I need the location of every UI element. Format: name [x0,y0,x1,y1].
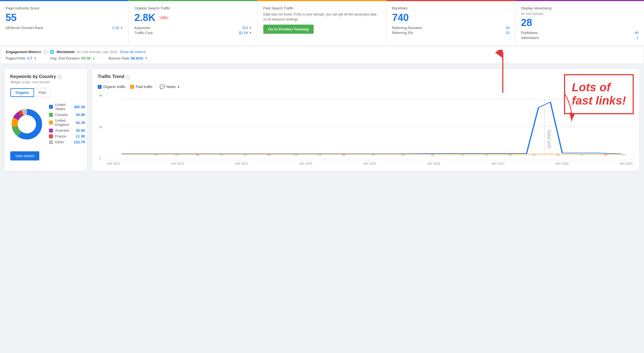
metric-bar-orange [258,0,386,1]
svg-text:G: G [175,154,179,156]
paid-checkbox[interactable]: ✓ [130,85,134,89]
svg-text:G: G [604,154,607,156]
annotation-text-line1: Lots of [572,81,626,94]
arrow-down-icon: ▼ [120,26,123,29]
legend-us: ✓ United States 305.3K [49,103,85,111]
keywords-label: Keywords [134,26,150,30]
show-all-metrics-link[interactable]: Show all metrics [120,50,146,54]
bounce-rate-label: Bounce Rate [109,56,129,60]
metric-bar-purple [516,0,644,1]
notes-button[interactable]: 💬 Notes ∨ [157,84,182,89]
svg-text:G: G [342,154,345,156]
tab-organic[interactable]: Organic [11,88,34,97]
semrush-rank-label: SEMrush Domain Rank [6,26,43,30]
keywords-arrow: ▼ [249,26,252,29]
engagement-metrics-row: Pages/Visits 1.7 ▼ Avg. Visit Duration 0… [6,56,638,60]
notes-label: Notes [166,85,176,89]
pages-visits-arrow: ▼ [34,57,37,60]
svg-text:G: G [267,154,271,156]
metric-paid-search: Paid Search Traffic Data was not found. … [258,0,387,46]
referring-ips-value: 32 [506,31,509,35]
metric-label-display: Display Advertising [521,6,638,10]
organic-checkbox[interactable]: ✓ [98,85,102,89]
engagement-period: for root domain, Apr 2020 [77,50,118,54]
referring-domains-row: Referring Domains 26 [392,26,509,30]
notes-chevron: ∨ [177,85,180,89]
paid-search-text: Data was not found. If this is your doma… [263,12,381,22]
legend-france: ✓ France 11.3K [49,134,85,138]
keywords-row: Keywords 932 ▼ [134,26,252,30]
svg-text:G: G [509,154,512,156]
metric-bar-green [129,0,257,1]
publishers-value: 48 [635,31,638,35]
legend-canada: ✓ Canada 44.4K [49,113,85,117]
metric-value-backlinks: 740 [392,12,509,24]
annotation-box: Lots of fast links! [564,74,634,114]
top-metrics-row: Page Authority Score 55 SEMrush Domain R… [0,0,644,46]
tab-paid[interactable]: Paid [34,88,50,97]
organic-badge: -25% [158,15,169,20]
checkbox-us[interactable]: ✓ [49,105,53,109]
x-axis-labels: Dec 2011 Dec 2012 Dec 2013 Dec 2014 Dec … [98,162,634,165]
pages-visits-value: 1.7 [27,56,32,60]
checkbox-uk[interactable]: ✓ [49,121,53,124]
advertisers-label: Advertisers [521,36,539,40]
keywords-card: Keywords by Country i Widget scope: root… [4,68,87,171]
bottom-section: Keywords by Country i Widget scope: root… [4,68,640,171]
traffic-chart-svg: Database growth G G G G G G G G G G G G … [98,94,634,160]
checkbox-other[interactable] [49,140,53,144]
metric-backlinks: Backlinks 740 Referring Domains 26 Refer… [387,0,515,46]
metric-organic-search: Organic Search Traffic 2.8K -25% Keyword… [129,0,257,46]
bounce-rate-item: Bounce Rate 66.81% ▼ [109,56,154,60]
keywords-subtitle: Widget scope: root domain [10,80,82,84]
paid-traffic-filter: ✓ Paid traffic [130,85,153,89]
svg-text:G: G [532,154,536,156]
referring-domains-value: 26 [506,26,509,30]
pages-visits-label: Pages/Visits [6,56,25,60]
svg-text:G: G [244,154,247,156]
traffic-info-icon[interactable]: i [126,75,130,79]
legend-uk: ✓ United Kingdom 42.7K [49,118,85,127]
svg-text:G: G [485,154,488,156]
checkbox-france[interactable]: ✓ [49,134,53,138]
traffic-cost-label: Traffic Cost [134,31,153,35]
engagement-title: Engagement Metrics [6,50,41,54]
checkbox-australia[interactable]: ✓ [49,129,53,133]
y-axis-labels: 4K 2K 0 [98,94,104,160]
goto-position-tracking-button[interactable]: Go to Position Tracking [263,25,314,34]
metric-display-advertising: Display Advertising for root domain 28 P… [516,0,644,46]
metric-bar-red [387,0,515,1]
svg-text:G: G [431,154,435,156]
svg-text:G: G [461,154,464,156]
referring-ips-label: Referring IPs [392,31,413,35]
organic-traffic-filter: ✓ Organic traffic [98,85,126,89]
metric-label-backlinks: Backlinks [392,6,509,10]
svg-text:G: G [220,154,223,156]
view-details-button[interactable]: View details [10,151,39,160]
pages-visits-item: Pages/Visits 1.7 ▼ [6,56,43,60]
metric-value-organic: 2.8K -25% [134,12,252,24]
advertisers-value: 1 [637,36,638,40]
traffic-cost-value: $2.5K ▼ [239,31,252,35]
bounce-rate-value: 66.81% [131,56,143,60]
avg-visit-item: Avg. Visit Duration 04:38 ▲ [50,56,102,60]
svg-text:G: G [196,154,199,156]
donut-area: ✓ United States 305.3K ✓ Canada 44.4K ✓ … [10,103,82,146]
traffic-card: Traffic Trend i ✓ Organic traffic ✓ Paid… [92,68,640,171]
engagement-section: Engagement Metrics i 🌐 Worldwide for roo… [0,46,644,64]
country-legend: ✓ United States 305.3K ✓ Canada 44.4K ✓ … [49,103,85,146]
keywords-info-icon[interactable]: i [57,75,61,79]
referring-ips-row: Referring IPs 32 [392,31,509,35]
publishers-label: Publishers [521,31,538,35]
engagement-location: Worldwide [56,50,74,54]
globe-icon: 🌐 [50,50,54,54]
publishers-row: Publishers 48 [521,31,638,35]
engagement-info-icon[interactable]: i [43,50,47,54]
advertisers-row: Advertisers 1 [521,36,638,40]
metric-label-paid: Paid Search Traffic [263,6,381,10]
svg-text:G: G [556,154,560,156]
metric-page-authority: Page Authority Score 55 SEMrush Domain R… [0,0,129,46]
bounce-rate-arrow: ▼ [145,57,148,60]
checkbox-canada[interactable]: ✓ [49,113,53,117]
svg-text:G: G [154,154,158,156]
